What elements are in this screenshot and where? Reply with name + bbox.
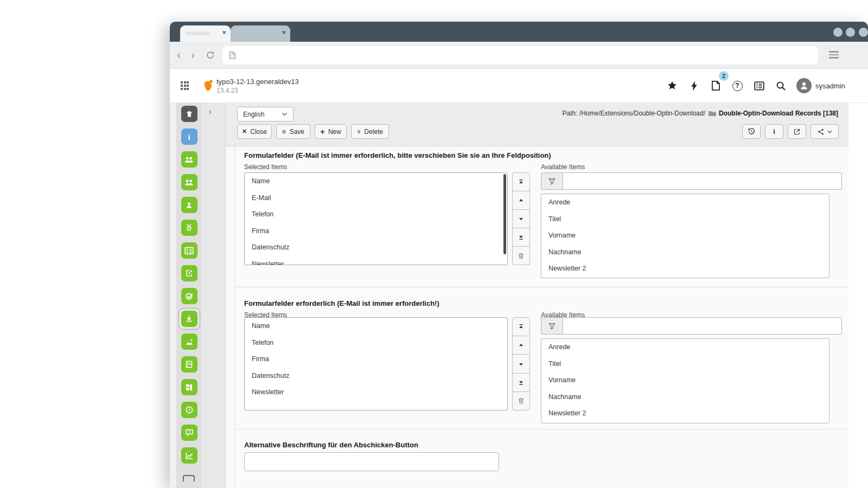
list-item[interactable]: Telefon [245,206,507,223]
close-button[interactable]: ✕ Close [237,124,272,139]
selector-controls [512,172,530,265]
help-icon[interactable]: ? [727,76,747,95]
move-down-button[interactable] [512,210,530,228]
available-items-filter-input[interactable] [563,317,842,335]
trash-module-icon[interactable] [181,106,197,122]
new-button[interactable]: + New [315,124,347,139]
list-item[interactable]: Vorname [541,227,829,244]
delete-button[interactable]: Delete [351,124,389,139]
back-icon[interactable]: ‹ [177,48,181,62]
list-item[interactable]: Name [245,173,507,190]
move-to-bottom-button[interactable] [512,228,530,247]
available-items-listbox[interactable]: Anrede Titel Vorname Nachname Newsletter… [541,194,829,278]
question-glyph: ? [188,429,190,434]
move-up-button[interactable] [512,336,530,355]
layout-blocks-module-icon[interactable] [181,379,197,395]
glossary-book-module-icon[interactable]: G [181,356,197,373]
remove-item-button[interactable] [512,247,530,265]
typo3-logo-icon[interactable] [200,79,214,93]
window-control-dot[interactable] [846,28,855,37]
modules-grid-icon[interactable] [181,81,190,91]
selected-module-highlight [178,308,200,330]
available-items-filter-input[interactable] [563,172,842,190]
g-glyph: G [188,362,191,366]
statistics-chart-module-icon[interactable] [181,447,197,464]
history-button[interactable] [742,124,761,139]
window-control-dot[interactable] [859,28,868,37]
move-up-button[interactable] [512,191,530,210]
selected-items-listbox[interactable]: Name Telefon Firma Datenschutz Newslette… [244,317,508,410]
username-label[interactable]: sysadmin [815,82,845,90]
partial-module-icon[interactable] [183,475,195,481]
check-circle-module-icon[interactable] [181,288,197,304]
bookmarks-star-icon[interactable] [662,76,682,95]
list-item[interactable]: Firma [245,351,507,368]
scrollbar-thumb[interactable] [503,174,506,254]
browser-menu-icon[interactable] [829,51,839,60]
address-card-module-icon[interactable] [181,242,197,259]
submit-button-label-input[interactable] [244,452,499,471]
forward-icon[interactable]: › [191,48,195,62]
list-item[interactable]: Nachname [541,389,829,406]
question-bubble-module-icon[interactable]: ? [181,425,197,441]
reload-icon[interactable] [206,50,215,60]
move-down-button[interactable] [512,355,530,373]
list-item[interactable]: Titel [541,356,829,373]
expand-navigation-icon[interactable]: › [209,107,212,116]
site-name: typo3-12-13.generaldev13 13.4.23 [216,78,299,95]
browser-tab-bar: ✕ ✕ [170,22,868,42]
list-item[interactable]: Vorname [541,372,829,389]
browser-tab-1[interactable]: ✕ [180,25,231,42]
browser-tab-2[interactable]: ✕ [231,25,290,42]
system-information-icon[interactable] [749,76,769,95]
list-item[interactable]: Telefon [245,335,507,351]
flush-cache-bolt-icon[interactable] [684,76,704,95]
list-item[interactable]: Datenschutz [245,239,507,256]
save-button[interactable]: Save [276,124,310,139]
language-select[interactable]: English [237,107,293,121]
address-bar[interactable] [222,46,818,65]
image-module-icon[interactable] [181,333,197,350]
selected-items-listbox[interactable]: Name E-Mail Telefon Firma Datenschutz Ne… [244,172,508,265]
list-item[interactable]: Firma [245,223,507,240]
filter-funnel-icon [541,172,563,190]
site-title: typo3-12-13.generaldev13 [216,78,299,86]
tab-title-redacted [186,31,210,35]
move-to-bottom-button[interactable] [512,374,530,392]
remove-item-button[interactable] [512,392,530,410]
info-module-icon[interactable]: i [181,129,197,145]
download-module-icon[interactable] [181,311,197,327]
person-module-icon[interactable] [181,197,197,213]
list-item[interactable]: Newsletter [245,384,507,401]
list-item[interactable]: Anrede [541,339,829,356]
backend-main-area: i [170,103,868,488]
list-item[interactable]: Newsletter 2 [541,405,829,422]
user-avatar[interactable] [796,78,812,93]
list-item[interactable]: E-Mail [245,190,507,207]
send-page-module-icon[interactable] [181,265,197,281]
move-to-top-button[interactable] [512,172,530,191]
record-info-button[interactable]: i [765,124,783,139]
list-item[interactable]: Datenschutz [245,368,507,384]
list-item[interactable]: Anrede [541,194,829,211]
frontend-users-module-icon[interactable] [181,151,197,168]
faq-circle-module-icon[interactable]: ? [181,402,197,418]
medal-module-icon[interactable] [181,220,197,236]
list-item[interactable]: Newsletter [245,256,507,266]
docheader: English ✕ Close Save + New Delete [226,103,848,146]
search-icon[interactable] [771,76,790,95]
list-item[interactable]: Nachname [541,244,829,261]
list-item[interactable]: Titel [541,211,829,228]
user-groups-module-icon[interactable] [181,174,197,190]
share-button[interactable] [810,124,839,139]
available-items-listbox[interactable]: Anrede Titel Vorname Nachname Newsletter… [541,338,829,423]
info-icon: i [773,127,775,136]
tab-close-icon[interactable]: ✕ [222,30,226,35]
filter-row [541,172,842,190]
open-new-window-button[interactable] [788,124,806,139]
list-item[interactable]: Name [245,318,507,335]
list-item[interactable]: Newsletter 2 [541,260,829,277]
tab-close-icon[interactable]: ✕ [282,30,286,35]
move-to-top-button[interactable] [512,317,530,336]
window-control-dot[interactable] [833,28,843,37]
